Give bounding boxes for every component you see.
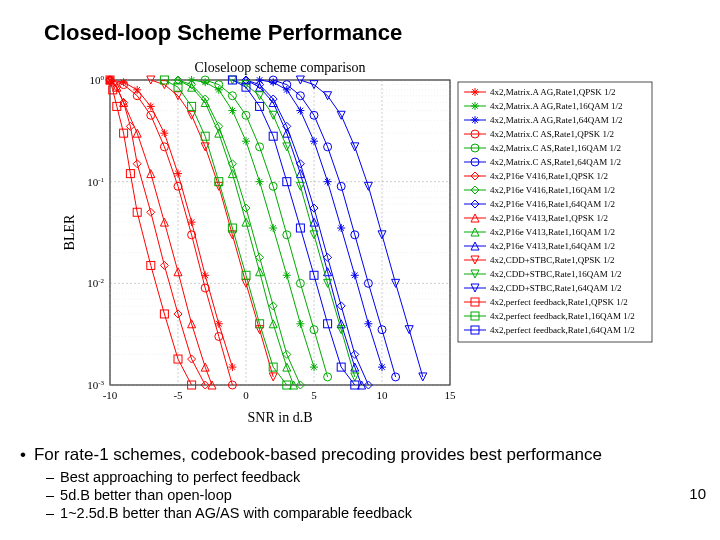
bullet-sub-2: – 5d.B better than open-loop (46, 487, 700, 503)
bullet-sub-3: – 1~2.5d.B better than AG/AS with compar… (46, 505, 700, 521)
svg-text:0: 0 (243, 389, 249, 401)
svg-text:4x2,Matrix.C AS,Rate1,64QAM 1/: 4x2,Matrix.C AS,Rate1,64QAM 1/2 (490, 157, 621, 167)
svg-text:4x2,Matrix.C AS,Rate1,16QAM 1/: 4x2,Matrix.C AS,Rate1,16QAM 1/2 (490, 143, 621, 153)
slide: Closed-loop Scheme Performance -10-50510… (0, 0, 720, 540)
bullet-dot: • (20, 445, 26, 465)
svg-text:4x2,Matrix.C AS,Rate1,QPSK 1/2: 4x2,Matrix.C AS,Rate1,QPSK 1/2 (490, 129, 614, 139)
svg-text:100: 100 (90, 74, 105, 86)
svg-text:5: 5 (311, 389, 317, 401)
svg-text:4x2,P16e V413,Rate1,64QAM 1/2: 4x2,P16e V413,Rate1,64QAM 1/2 (490, 241, 615, 251)
bullet-sub-1: – Best approaching to perfect feedback (46, 469, 700, 485)
dash-icon: – (46, 469, 54, 485)
bullet-list: • For rate-1 schemes, codebook-based pre… (20, 445, 700, 523)
svg-text:4x2,P16e V416,Rate1,16QAM 1/2: 4x2,P16e V416,Rate1,16QAM 1/2 (490, 185, 615, 195)
svg-text:10: 10 (377, 389, 389, 401)
svg-text:15: 15 (445, 389, 457, 401)
svg-text:SNR in d.B: SNR in d.B (248, 410, 313, 425)
svg-text:4x2,P16e V416,Rate1,QPSK 1/2: 4x2,P16e V416,Rate1,QPSK 1/2 (490, 171, 608, 181)
dash-icon: – (46, 505, 54, 521)
svg-text:-10: -10 (103, 389, 118, 401)
svg-text:4x2,Matrix.A AG,Rate1,16QAM 1/: 4x2,Matrix.A AG,Rate1,16QAM 1/2 (490, 101, 623, 111)
svg-text:4x2,Matrix.A AG,Rate1,QPSK 1/2: 4x2,Matrix.A AG,Rate1,QPSK 1/2 (490, 87, 616, 97)
svg-text:4x2,perfect feedback,Rate1,64Q: 4x2,perfect feedback,Rate1,64QAM 1/2 (490, 325, 635, 335)
bullet-main-text: For rate-1 schemes, codebook-based preco… (34, 445, 602, 465)
svg-text:4x2,P16e V416,Rate1,64QAM 1/2: 4x2,P16e V416,Rate1,64QAM 1/2 (490, 199, 615, 209)
svg-text:4x2,perfect feedback,Rate1,16Q: 4x2,perfect feedback,Rate1,16QAM 1/2 (490, 311, 635, 321)
svg-marker-267 (269, 373, 277, 381)
svg-text:4x2,P16e V413,Rate1,QPSK 1/2: 4x2,P16e V413,Rate1,QPSK 1/2 (490, 213, 608, 223)
svg-text:4x2,Matrix.A AG,Rate1,64QAM 1/: 4x2,Matrix.A AG,Rate1,64QAM 1/2 (490, 115, 623, 125)
svg-text:4x2,CDD+STBC,Rate1,QPSK 1/2: 4x2,CDD+STBC,Rate1,QPSK 1/2 (490, 255, 615, 265)
bullet-sub-2-text: 5d.B better than open-loop (60, 487, 232, 503)
svg-text:Closeloop scheme comparison: Closeloop scheme comparison (194, 60, 365, 75)
svg-text:4x2,CDD+STBC,Rate1,16QAM 1/2: 4x2,CDD+STBC,Rate1,16QAM 1/2 (490, 269, 622, 279)
chart-svg: -10-505101510-310-210-1100Closeloop sche… (60, 55, 660, 430)
svg-text:10-2: 10-2 (87, 277, 104, 289)
svg-text:BLER: BLER (62, 214, 77, 250)
bullet-main: • For rate-1 schemes, codebook-based pre… (20, 445, 700, 465)
chart: -10-505101510-310-210-1100Closeloop sche… (60, 55, 660, 430)
svg-text:-5: -5 (173, 389, 183, 401)
bullet-sub-3-text: 1~2.5d.B better than AG/AS with comparab… (60, 505, 412, 521)
svg-text:10-1: 10-1 (87, 176, 104, 188)
bullet-sub-1-text: Best approaching to perfect feedback (60, 469, 300, 485)
slide-title: Closed-loop Scheme Performance (44, 20, 402, 46)
svg-text:4x2,perfect feedback,Rate1,QPS: 4x2,perfect feedback,Rate1,QPSK 1/2 (490, 297, 628, 307)
svg-text:4x2,CDD+STBC,Rate1,64QAM 1/2: 4x2,CDD+STBC,Rate1,64QAM 1/2 (490, 283, 622, 293)
dash-icon: – (46, 487, 54, 503)
page-number: 10 (689, 485, 706, 502)
svg-text:4x2,P16e V413,Rate1,16QAM 1/2: 4x2,P16e V413,Rate1,16QAM 1/2 (490, 227, 615, 237)
